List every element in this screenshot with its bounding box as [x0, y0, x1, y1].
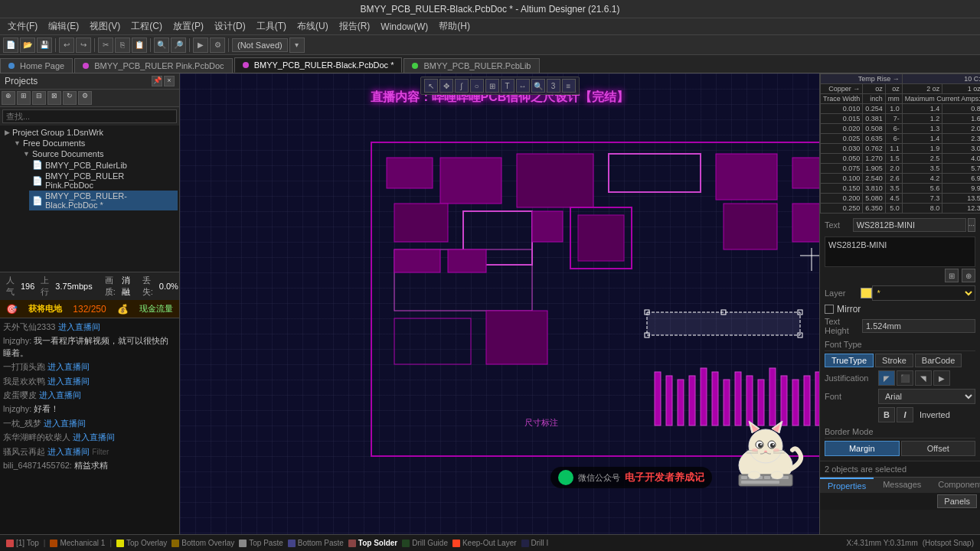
pcb-tb-wire[interactable]: ∫: [455, 79, 469, 93]
tab-properties[interactable]: Properties: [820, 478, 874, 493]
pcb-tb-3d[interactable]: 3: [547, 79, 560, 93]
drawing-label: 画质:: [105, 275, 116, 298]
menu-window[interactable]: Window(W): [376, 20, 433, 34]
pcb-tb-move[interactable]: ✥: [439, 79, 453, 93]
status-layer-top-overlay[interactable]: Top Overlay: [116, 539, 167, 547]
font-type-stroke[interactable]: Stroke: [875, 354, 913, 367]
proj-tb-btn3[interactable]: ⊟: [32, 91, 46, 105]
menu-file[interactable]: 文件(F): [3, 18, 42, 34]
proj-tb-btn2[interactable]: ⊞: [17, 91, 31, 105]
text-preview-btn2[interactable]: ⊕: [962, 269, 975, 282]
tb-undo[interactable]: ↩: [59, 37, 74, 53]
pcb-tb-comp[interactable]: ⊞: [485, 79, 499, 93]
tab-messages[interactable]: Messages: [875, 478, 929, 493]
proj-tb-btn1[interactable]: ⊕: [2, 91, 15, 105]
tb-new[interactable]: 📄: [3, 37, 18, 53]
tree-file-2[interactable]: 📄 BMYY_PCB_RULER-Black.PcbDoc *: [29, 191, 178, 210]
pcb-tb-more[interactable]: ≡: [562, 79, 576, 93]
tb-dropdown[interactable]: ▾: [289, 37, 305, 53]
panels-btn[interactable]: Panels: [937, 494, 977, 508]
chat-action-0[interactable]: 进入直播间: [58, 322, 100, 331]
status-layer-top-paste[interactable]: Top Paste: [239, 539, 283, 547]
chat-action-2[interactable]: 进入直播间: [47, 362, 90, 371]
tb-open[interactable]: 📂: [20, 37, 35, 53]
pcb-tb-dim[interactable]: ↔: [516, 79, 530, 93]
bold-btn[interactable]: B: [878, 407, 895, 422]
proj-tb-btn5[interactable]: ↻: [63, 91, 77, 105]
menu-design[interactable]: 设计(D): [210, 18, 250, 34]
menu-route[interactable]: 布线(U): [292, 18, 333, 34]
status-layer-drill-i[interactable]: Drill I: [521, 539, 549, 547]
tb-zoom-in[interactable]: 🔍: [154, 37, 169, 53]
status-layer-drill-guide[interactable]: Drill Guide: [402, 539, 448, 547]
text-preview-btn1[interactable]: ⊞: [945, 269, 959, 282]
pcb-canvas[interactable]: 直播内容：哔哩哔哩PCB信仰之尺设计【完结】 ↖ ✥ ∫ ○ ⊞ T ↔ 🔍 3…: [180, 73, 819, 534]
just-top-center[interactable]: ⬛: [897, 370, 913, 386]
font-select[interactable]: Arial: [878, 389, 975, 404]
tree-file-1[interactable]: 📄 BMYY_PCB_RULER Pink.PcbDoc: [29, 171, 178, 191]
proj-tb-btn6[interactable]: ⚙: [78, 91, 92, 105]
chat-action-8[interactable]: 进入直播间: [47, 447, 90, 456]
tree-project-group[interactable]: ▶ Project Group 1.DsnWrk: [2, 127, 178, 138]
tree-source-docs[interactable]: ▼ Source Documents: [20, 148, 178, 159]
tb-run[interactable]: ▶: [193, 37, 208, 53]
project-pin-btn[interactable]: 📌: [152, 76, 162, 86]
tab-homepage[interactable]: Home Page: [0, 58, 73, 73]
chat-action-4[interactable]: 进入直播间: [39, 390, 81, 399]
table-cell: 3.0: [942, 144, 980, 154]
project-search-input[interactable]: [2, 109, 177, 123]
just-top-left[interactable]: ◤: [878, 370, 895, 386]
status-layer-keepout[interactable]: Keep-Out Layer: [452, 539, 517, 547]
tb-redo[interactable]: ↪: [76, 37, 91, 53]
table-cell: 5.6: [902, 184, 942, 194]
menu-tools[interactable]: 工具(T): [252, 18, 291, 34]
tb-save[interactable]: 💾: [37, 37, 52, 53]
chat-msg-5: lnjzghy: 好看！: [3, 403, 176, 415]
mirror-checkbox[interactable]: [825, 305, 834, 314]
canvas-area[interactable]: 直播内容：哔哩哔哩PCB信仰之尺设计【完结】 ↖ ✥ ∫ ○ ⊞ T ↔ 🔍 3…: [180, 73, 819, 534]
tb-cut[interactable]: ✂: [98, 37, 113, 53]
text-height-input[interactable]: [862, 319, 975, 333]
proj-tb-btn4[interactable]: ⊠: [47, 91, 61, 105]
font-type-barcode[interactable]: BarCode: [915, 354, 962, 367]
pcb-tb-select[interactable]: ↖: [424, 79, 438, 93]
status-layer-top-solder[interactable]: Top Solder: [348, 539, 397, 547]
chat-action-3[interactable]: 进入直播间: [47, 377, 90, 386]
pcb-tb-zoom[interactable]: 🔍: [531, 79, 545, 93]
toolbar-saved[interactable]: (Not Saved): [232, 38, 288, 52]
text-more-btn[interactable]: ···: [968, 218, 975, 232]
just-mid-right[interactable]: ▶: [933, 370, 950, 386]
menu-project[interactable]: 工程(C): [126, 18, 167, 34]
border-offset-btn[interactable]: Offset: [901, 441, 976, 456]
tb-copy[interactable]: ⎘: [115, 37, 130, 53]
status-layer-mech1[interactable]: Mechanical 1: [50, 539, 105, 547]
tb-paste[interactable]: 📋: [132, 37, 147, 53]
status-layer-[1]-top[interactable]: [1] Top: [6, 539, 39, 547]
layer-select[interactable]: *: [872, 285, 975, 301]
menu-reports[interactable]: 报告(R): [335, 18, 375, 34]
tab-components[interactable]: Components: [930, 478, 980, 493]
menu-place[interactable]: 放置(P): [168, 18, 208, 34]
tab-pink-pcb[interactable]: BMYY_PCB_RULER Pink.PcbDoc: [74, 58, 232, 73]
menu-help[interactable]: 帮助(H): [434, 18, 475, 34]
tab-black-pcb[interactable]: BMYY_PCB_RULER-Black.PcbDoc *: [234, 57, 403, 73]
status-layer-bottom-overlay[interactable]: Bottom Overlay: [172, 539, 234, 547]
project-close-btn[interactable]: ×: [164, 76, 175, 86]
tb-compile[interactable]: ⚙: [210, 37, 225, 53]
font-type-truetype[interactable]: TrueType: [825, 354, 874, 367]
menu-view[interactable]: 视图(V): [85, 18, 125, 34]
pcb-tb-via[interactable]: ○: [470, 79, 484, 93]
italic-btn[interactable]: I: [897, 407, 913, 422]
tb-zoom-out[interactable]: 🔎: [171, 37, 186, 53]
chat-action-6[interactable]: 进入直播间: [44, 419, 86, 428]
pcb-tb-text[interactable]: T: [501, 79, 514, 93]
status-layer-bottom-paste[interactable]: Bottom Paste: [288, 539, 344, 547]
tab-pcblib[interactable]: BMYY_PCB_RULER.PcbLib: [403, 58, 539, 73]
border-margin-btn[interactable]: Margin: [825, 441, 900, 456]
tree-file-0[interactable]: 📄 BMYY_PCB_RulerLib: [29, 159, 178, 171]
text-input[interactable]: [853, 218, 966, 232]
just-top-right[interactable]: ◥: [915, 370, 932, 386]
chat-action-7[interactable]: 进入直播间: [73, 432, 115, 442]
menu-edit[interactable]: 编辑(E): [44, 18, 83, 34]
tree-free-docs[interactable]: ▼ Free Documents: [11, 138, 178, 148]
